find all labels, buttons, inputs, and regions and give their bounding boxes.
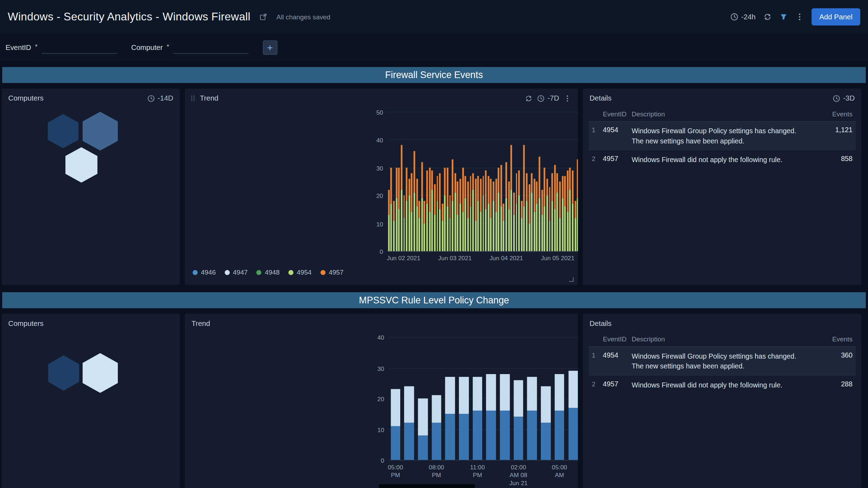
stacked-bar[interactable] xyxy=(546,179,548,251)
stacked-bar[interactable] xyxy=(555,374,564,460)
stacked-bar[interactable] xyxy=(508,181,510,251)
stacked-bar[interactable] xyxy=(480,179,482,251)
stacked-bar[interactable] xyxy=(470,176,472,251)
stacked-bar[interactable] xyxy=(544,168,545,251)
stacked-bar[interactable] xyxy=(472,173,474,251)
stacked-bar[interactable] xyxy=(419,201,420,251)
stacked-bar[interactable] xyxy=(416,179,418,251)
time-range-control[interactable]: -24h xyxy=(730,13,755,21)
more-options-button[interactable] xyxy=(796,13,804,21)
stacked-bar[interactable] xyxy=(398,168,400,251)
stacked-bar[interactable] xyxy=(498,168,499,251)
honeycomb-cell[interactable] xyxy=(65,147,97,183)
stacked-bar[interactable] xyxy=(444,168,446,251)
stacked-bar[interactable] xyxy=(523,145,525,251)
stacked-bar[interactable] xyxy=(529,184,530,251)
stacked-bar[interactable] xyxy=(434,184,436,251)
stacked-bar[interactable] xyxy=(403,195,405,251)
stacked-bar[interactable] xyxy=(495,179,497,251)
stacked-bar[interactable] xyxy=(574,201,576,251)
stacked-bar[interactable] xyxy=(477,176,479,251)
stacked-bar[interactable] xyxy=(556,173,558,251)
stacked-bar[interactable] xyxy=(503,204,505,251)
stacked-bar[interactable] xyxy=(467,181,469,251)
stacked-bar[interactable] xyxy=(418,398,428,460)
stacked-bar[interactable] xyxy=(539,156,541,251)
stacked-bar[interactable] xyxy=(390,389,400,460)
stacked-bar[interactable] xyxy=(459,179,461,251)
legend-item[interactable]: 4948 xyxy=(256,268,280,276)
stacked-bar[interactable] xyxy=(475,179,477,251)
stacked-bar[interactable] xyxy=(390,168,392,251)
stacked-bar[interactable] xyxy=(421,162,423,251)
stacked-bar[interactable] xyxy=(562,176,563,251)
stacked-bar[interactable] xyxy=(549,187,551,251)
stacked-bar[interactable] xyxy=(518,171,520,251)
legend-item[interactable]: 4957 xyxy=(320,268,344,276)
stacked-bar[interactable] xyxy=(493,181,494,251)
stacked-bar[interactable] xyxy=(401,145,402,251)
stacked-bar[interactable] xyxy=(424,201,426,251)
stacked-bar[interactable] xyxy=(513,380,523,460)
add-filter-button[interactable]: + xyxy=(263,40,277,54)
panel-time-range[interactable]: -14D xyxy=(147,94,173,103)
edit-dashboard-icon[interactable] xyxy=(259,13,268,21)
stacked-bar[interactable] xyxy=(396,168,397,251)
stacked-bar[interactable] xyxy=(567,171,569,251)
stacked-bar[interactable] xyxy=(527,377,537,460)
stacked-bar[interactable] xyxy=(447,168,448,251)
stacked-bar[interactable] xyxy=(534,179,535,251)
honeycomb-cell[interactable] xyxy=(48,355,79,391)
eventid-filter-input[interactable] xyxy=(42,41,117,53)
honeycomb-cell[interactable] xyxy=(83,353,118,393)
stacked-bar[interactable] xyxy=(473,377,483,460)
filter-button[interactable] xyxy=(779,13,788,21)
stacked-bar[interactable] xyxy=(536,181,538,251)
stacked-bar[interactable] xyxy=(462,168,464,251)
stacked-bar[interactable] xyxy=(411,173,413,251)
stacked-bar[interactable] xyxy=(500,165,502,251)
stacked-bar[interactable] xyxy=(388,190,390,251)
stacked-bar[interactable] xyxy=(414,151,415,251)
stacked-bar[interactable] xyxy=(432,396,441,460)
panel-refresh-button[interactable] xyxy=(525,94,532,102)
stacked-bar[interactable] xyxy=(408,179,410,251)
stacked-bar[interactable] xyxy=(541,386,551,460)
stacked-bar[interactable] xyxy=(449,195,451,251)
drag-handle-icon[interactable] xyxy=(192,95,194,101)
stacked-bar[interactable] xyxy=(526,173,528,251)
stacked-bar[interactable] xyxy=(577,159,578,251)
stacked-bar[interactable] xyxy=(559,181,561,251)
stacked-bar[interactable] xyxy=(454,173,456,251)
stacked-bar[interactable] xyxy=(569,168,571,251)
stacked-bar[interactable] xyxy=(457,181,459,251)
horizontal-scrollbar-thumb[interactable] xyxy=(379,484,475,488)
stacked-bar[interactable] xyxy=(513,193,515,251)
refresh-button[interactable] xyxy=(764,13,772,21)
stacked-bar[interactable] xyxy=(393,201,395,251)
stacked-bar[interactable] xyxy=(487,176,489,251)
stacked-bar[interactable] xyxy=(406,168,408,251)
stacked-bar[interactable] xyxy=(442,204,443,251)
table-row[interactable]: 2 4957 Windows Firewall did not apply th… xyxy=(588,151,856,170)
stacked-bar[interactable] xyxy=(439,173,441,251)
computer-filter-input[interactable] xyxy=(173,41,248,53)
stacked-bar[interactable] xyxy=(568,371,578,460)
stacked-bar[interactable] xyxy=(511,145,512,251)
stacked-bar[interactable] xyxy=(505,162,507,251)
stacked-bar[interactable] xyxy=(554,165,556,251)
legend-item[interactable]: 4954 xyxy=(288,268,312,276)
stacked-bar[interactable] xyxy=(483,176,484,251)
legend-item[interactable]: 4947 xyxy=(225,268,248,276)
stacked-bar[interactable] xyxy=(572,171,574,251)
table-row[interactable]: 1 4954 Windows Firewall Group Policy set… xyxy=(588,122,856,150)
stacked-bar[interactable] xyxy=(436,176,438,251)
stacked-bar[interactable] xyxy=(445,377,455,460)
stacked-bar[interactable] xyxy=(541,190,543,251)
stacked-bar[interactable] xyxy=(485,171,487,251)
stacked-bar[interactable] xyxy=(551,173,553,251)
stacked-bar[interactable] xyxy=(531,173,533,251)
stacked-bar[interactable] xyxy=(426,171,428,251)
stacked-bar[interactable] xyxy=(490,179,492,251)
resize-handle-icon[interactable] xyxy=(569,277,574,282)
